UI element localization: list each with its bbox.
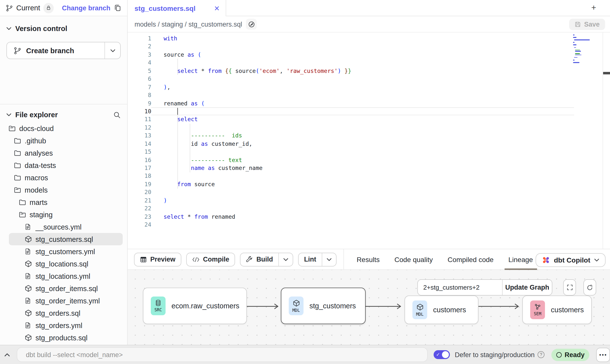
new-tab-button[interactable]: +	[588, 2, 599, 13]
compile-button[interactable]: Compile	[186, 252, 235, 266]
create-branch-dropdown[interactable]	[104, 42, 120, 59]
code-line-5[interactable]: 5 select * from {{ source('ecom', 'raw_c…	[128, 67, 610, 75]
file-item-__sources.yml[interactable]: __sources.yml	[0, 221, 127, 233]
code-line-11[interactable]: 11 select	[128, 116, 610, 124]
search-icon[interactable]	[113, 111, 121, 118]
line-number: 13	[128, 132, 151, 140]
file-item-label: stg_orders.sql	[35, 309, 80, 317]
code-line-22[interactable]: 22	[128, 204, 610, 213]
panel-tab-lineage[interactable]: Lineage	[507, 249, 534, 270]
document-icon	[25, 248, 31, 255]
file-item-staging[interactable]: staging	[0, 208, 127, 221]
file-item-docs-cloud[interactable]: docs-cloud	[0, 122, 127, 134]
create-branch-button[interactable]: Create branch	[6, 42, 121, 59]
defer-toggle[interactable]: ✓	[434, 350, 450, 359]
copilot-edit-button[interactable]	[246, 19, 257, 30]
build-button[interactable]: Build	[240, 252, 293, 266]
file-item-marts[interactable]: marts	[0, 196, 127, 208]
preview-button[interactable]: Preview	[134, 252, 181, 266]
code-line-19[interactable]: 19 from source	[128, 180, 610, 188]
code-line-10[interactable]: 10	[128, 107, 610, 116]
build-dropdown[interactable]	[278, 253, 293, 266]
code-line-8[interactable]: 8	[128, 91, 610, 99]
line-number: 1	[128, 34, 151, 43]
code-line-16[interactable]: 16 ---------- text	[128, 156, 610, 164]
fullscreen-button[interactable]	[563, 279, 576, 296]
tab-stg-customers-sql[interactable]: stg_customers.sql ✕	[128, 0, 226, 16]
file-item-stg_locations.sql[interactable]: stg_locations.sql	[0, 258, 127, 270]
update-graph-button[interactable]: Update Graph	[502, 280, 552, 295]
help-icon[interactable]: ?	[538, 351, 544, 358]
code-line-7[interactable]: 7),	[128, 83, 610, 91]
file-item-stg_customers.sql[interactable]: stg_customers.sql	[0, 233, 127, 245]
chevron-down-icon	[283, 258, 288, 261]
file-item-label: stg_products.sql	[35, 334, 87, 342]
lineage-node-stg_customers-mdl[interactable]: MDLstg_customers	[281, 288, 366, 324]
panel-tab-compiled-code[interactable]: Compiled code	[447, 249, 495, 270]
lineage-node-customers-mdl[interactable]: MDLcustomers	[405, 296, 478, 324]
line-number: 20	[128, 188, 151, 197]
file-item-stg_customers.yml[interactable]: stg_customers.yml	[0, 245, 127, 258]
refresh-button[interactable]	[583, 279, 596, 296]
lint-button[interactable]: Lint	[298, 252, 337, 266]
line-number: 22	[128, 204, 151, 213]
code-line-23[interactable]: 23select * from renamed	[128, 213, 610, 221]
file-item-analyses[interactable]: analyses	[0, 147, 127, 159]
file-item-stg_products.sql[interactable]: stg_products.sql	[0, 331, 127, 344]
panel-tab-code-quality[interactable]: Code quality	[393, 249, 434, 270]
lint-dropdown[interactable]	[322, 253, 336, 266]
code-line-18[interactable]: 18	[128, 172, 610, 180]
command-input-wrap	[17, 347, 428, 362]
toolbar-divider	[343, 249, 344, 270]
file-item-stg_order_items.sql[interactable]: stg_order_items.sql	[0, 282, 127, 295]
code-line-14[interactable]: 14 id as customer_id,	[128, 140, 610, 148]
file-item-stg_orders.sql[interactable]: stg_orders.sql	[0, 307, 127, 319]
file-item-macros[interactable]: macros	[0, 171, 127, 184]
line-number: 24	[128, 221, 151, 229]
code-line-15[interactable]: 15	[128, 148, 610, 156]
chevron-up-icon	[5, 353, 10, 356]
file-explorer-header[interactable]: File explorer	[0, 106, 127, 124]
code-line-24[interactable]: 24	[128, 221, 610, 229]
code-line-2[interactable]: 2	[128, 43, 610, 51]
model-cube-icon	[292, 299, 300, 307]
code-line-3[interactable]: 3source as (	[128, 51, 610, 59]
lineage-node-customers-sem[interactable]: SEMcustomers	[522, 296, 592, 324]
code-line-21[interactable]: 21)	[128, 197, 610, 205]
code-line-17[interactable]: 17 name as customer_name	[128, 164, 610, 172]
copilot-label: dbt Copilot	[554, 256, 590, 264]
file-item-models[interactable]: models	[0, 184, 127, 196]
code-lines[interactable]: 1with23source as (45 select * from {{ so…	[128, 34, 610, 229]
dbt-copilot-button[interactable]: dbt Copilot	[536, 253, 606, 267]
command-input[interactable]	[17, 351, 427, 358]
save-button[interactable]: Save	[569, 19, 605, 30]
lineage-node-ecom.raw_customers-src[interactable]: SRCecom.raw_customers	[143, 288, 247, 324]
lineage-graph[interactable]: SRCecom.raw_customersMDLstg_customersMDL…	[128, 270, 610, 345]
lineage-selector-input[interactable]: 2+stg_customers+2	[418, 280, 502, 295]
file-item-stg_order_items.yml[interactable]: stg_order_items.yml	[0, 295, 127, 307]
code-line-4[interactable]: 4	[128, 59, 610, 67]
file-item-data-tests[interactable]: data-tests	[0, 159, 127, 171]
scrollbar-marker[interactable]	[603, 72, 610, 74]
code-editor[interactable]: 1with23source as (45 select * from {{ so…	[128, 33, 610, 249]
code-line-13[interactable]: 13 ---------- ids	[128, 132, 610, 140]
scrollbar-lane[interactable]	[603, 33, 603, 249]
copy-icon[interactable]	[114, 4, 121, 12]
file-item-.github[interactable]: .github	[0, 134, 127, 147]
code-line-20[interactable]: 20	[128, 188, 610, 197]
code-line-6[interactable]: 6	[128, 75, 610, 83]
collapse-panel-button[interactable]	[0, 353, 15, 356]
code-line-9[interactable]: 9renamed as (	[128, 99, 610, 107]
file-item-stg_orders.yml[interactable]: stg_orders.yml	[0, 319, 127, 331]
refresh-icon	[586, 284, 593, 291]
code-line-1[interactable]: 1with	[128, 34, 610, 43]
version-control-header[interactable]: Version control	[6, 22, 121, 35]
status-badge: Ready	[551, 348, 590, 361]
action-toolbar: Preview Compile Build Lint ResultsCode q…	[128, 249, 610, 270]
more-options-button[interactable]: •••	[596, 347, 610, 362]
code-line-12[interactable]: 12	[128, 124, 610, 132]
close-icon[interactable]: ✕	[214, 5, 220, 12]
change-branch-link[interactable]: Change branch	[62, 4, 110, 12]
panel-tab-results[interactable]: Results	[356, 249, 381, 270]
file-item-stg_locations.yml[interactable]: stg_locations.yml	[0, 270, 127, 282]
